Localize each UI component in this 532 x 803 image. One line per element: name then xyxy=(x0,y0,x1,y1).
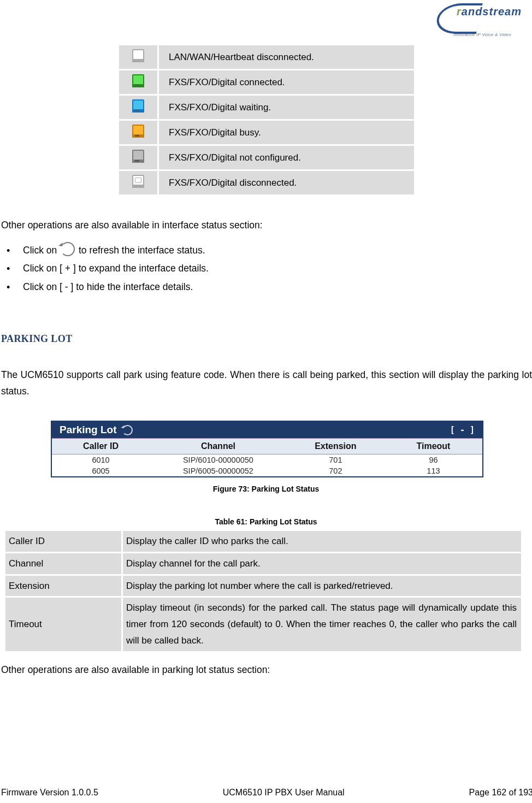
table-row: FXS/FXO/Digital not configured. xyxy=(119,146,414,169)
refresh-icon xyxy=(61,242,75,256)
col-timeout: Timeout xyxy=(385,439,482,454)
parking-lot-panel: Parking Lot [ - ] Caller ID Channel Exte… xyxy=(51,421,483,477)
parking-columns: Caller ID Channel Extension Timeout xyxy=(52,438,482,454)
paragraph: Other operations are also available in i… xyxy=(1,217,263,234)
port-green-icon xyxy=(132,74,144,87)
status-label: FXS/FXO/Digital disconnected. xyxy=(159,171,414,194)
section-heading-parking-lot: PARKING LOT xyxy=(1,333,73,345)
cell-caller-id: 6010 xyxy=(52,455,150,465)
list-item: Click on [ + ] to expand the interface d… xyxy=(1,259,515,277)
table-row: FXS/FXO/Digital waiting. xyxy=(119,96,414,119)
status-label: LAN/WAN/Heartbeat disconnected. xyxy=(159,45,414,69)
port-blue-icon xyxy=(132,99,144,113)
parking-lot-title: Parking Lot xyxy=(60,424,117,436)
port-disconnected-icon xyxy=(132,175,144,188)
desc-key: Extension xyxy=(5,576,123,597)
parking-status-description-table: Caller ID Display the caller ID who park… xyxy=(5,529,521,653)
table-row: 6010 SIP/6010-00000050 701 96 xyxy=(52,454,482,465)
text-suffix: to refresh the interface status. xyxy=(79,245,205,256)
cell-timeout: 113 xyxy=(385,466,482,476)
table-row: FXS/FXO/Digital disconnected. xyxy=(119,171,414,194)
desc-val: Display the parking lot number where the… xyxy=(123,576,521,597)
cell-channel: SIP/6005-00000052 xyxy=(150,466,287,476)
table-row: LAN/WAN/Heartbeat disconnected. xyxy=(119,45,414,69)
table-row: FXS/FXO/Digital busy. xyxy=(119,121,414,144)
paragraph: Other operations are also available in p… xyxy=(1,662,270,678)
cell-caller-id: 6005 xyxy=(52,466,150,476)
port-grey-icon xyxy=(132,150,144,163)
table-row: 6005 SIP/6005-00000052 702 113 xyxy=(52,465,482,476)
desc-val: Display channel for the call park. xyxy=(123,553,521,574)
text-prefix: Click on xyxy=(23,245,60,256)
list-item: Click on to refresh the interface status… xyxy=(1,241,515,259)
parking-lot-header: Parking Lot [ - ] xyxy=(52,422,482,438)
status-label: FXS/FXO/Digital waiting. xyxy=(159,96,414,119)
table-caption: Table 61: Parking Lot Status xyxy=(0,517,532,526)
status-label: FXS/FXO/Digital busy. xyxy=(159,121,414,144)
table-row: FXS/FXO/Digital connected. xyxy=(119,70,414,94)
footer-right: Page 162 of 193 xyxy=(469,788,532,798)
table-row: Channel Display channel for the call par… xyxy=(5,553,521,574)
paragraph: The UCM6510 supports call park using fea… xyxy=(1,367,532,400)
page-footer: Firmware Version 1.0.0.5 UCM6510 IP PBX … xyxy=(0,788,532,798)
status-label: FXS/FXO/Digital not configured. xyxy=(159,146,414,169)
table-row: Caller ID Display the caller ID who park… xyxy=(5,531,521,552)
figure-caption: Figure 73: Parking Lot Status xyxy=(0,485,532,493)
footer-center: UCM6510 IP PBX User Manual xyxy=(223,788,345,798)
status-label: FXS/FXO/Digital connected. xyxy=(159,70,414,94)
cell-extension: 702 xyxy=(287,466,385,476)
desc-key: Timeout xyxy=(5,598,123,651)
bullet-list: Click on to refresh the interface status… xyxy=(1,241,515,296)
col-extension: Extension xyxy=(287,439,385,454)
list-item: Click on [ - ] to hide the interface det… xyxy=(1,278,515,296)
col-channel: Channel xyxy=(150,439,287,454)
desc-val: Display timeout (in seconds) for the par… xyxy=(123,598,521,651)
cell-channel: SIP/6010-00000050 xyxy=(150,455,287,465)
port-orange-icon xyxy=(132,125,144,138)
refresh-icon[interactable] xyxy=(122,425,133,435)
status-legend-table: LAN/WAN/Heartbeat disconnected. FXS/FXO/… xyxy=(119,44,414,196)
table-row: Timeout Display timeout (in seconds) for… xyxy=(5,598,521,651)
port-white-icon xyxy=(132,49,144,62)
desc-key: Channel xyxy=(5,553,123,574)
brand-tagline: Innovative IP Voice & Video xyxy=(453,32,511,37)
collapse-toggle[interactable]: [ - ] xyxy=(450,425,475,435)
parking-rows: 6010 SIP/6010-00000050 701 96 6005 SIP/6… xyxy=(52,454,482,476)
footer-left: Firmware Version 1.0.0.5 xyxy=(1,788,98,798)
desc-val: Display the caller ID who parks the call… xyxy=(123,531,521,552)
desc-key: Caller ID xyxy=(5,531,123,552)
table-row: Extension Display the parking lot number… xyxy=(5,576,521,597)
cell-timeout: 96 xyxy=(385,455,482,465)
brand-logo: randstream Innovative IP Voice & Video xyxy=(437,3,524,39)
cell-extension: 701 xyxy=(287,455,385,465)
col-caller-id: Caller ID xyxy=(52,439,150,454)
